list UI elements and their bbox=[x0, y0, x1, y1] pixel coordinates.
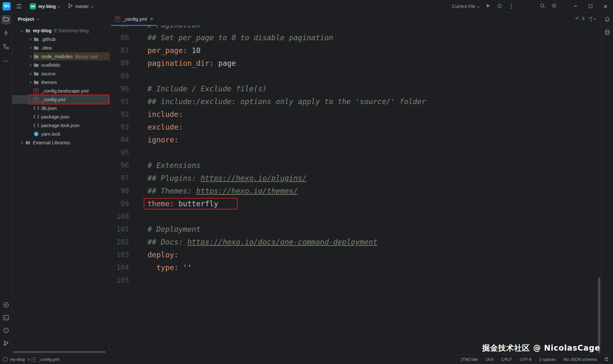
code-line-101[interactable]: 101# Deployment bbox=[110, 223, 601, 236]
line-number[interactable]: 91 bbox=[110, 95, 134, 108]
database-tool-window-button[interactable] bbox=[602, 28, 612, 38]
code-line-98[interactable]: 98## Themes: https://hexo.io/themes/ bbox=[110, 185, 601, 197]
code-line-85[interactable]: 85# Pagination bbox=[110, 26, 601, 31]
inspection-widget[interactable]: 5 bbox=[575, 16, 596, 21]
run-tool-window-button[interactable] bbox=[1, 301, 11, 310]
line-number[interactable]: 105 bbox=[110, 274, 134, 287]
tree-item-node-modules[interactable]: node_moduleslibrary root bbox=[12, 52, 110, 61]
code-line-102[interactable]: 102## Docs: https://hexo.io/docs/one-com… bbox=[110, 236, 601, 248]
project-tool-window-button[interactable] bbox=[1, 15, 11, 25]
line-number[interactable]: 104 bbox=[110, 261, 134, 274]
line-number[interactable]: 89 bbox=[110, 70, 134, 82]
lock-icon[interactable] bbox=[604, 357, 609, 362]
maximize-button[interactable] bbox=[583, 0, 598, 13]
line-number[interactable]: 90 bbox=[110, 82, 134, 95]
status-indent[interactable]: 2 spaces bbox=[539, 357, 556, 362]
code-line-86[interactable]: 86## Set per_page to 0 to disable pagina… bbox=[110, 31, 601, 44]
line-number[interactable]: 98 bbox=[110, 185, 134, 197]
code-line-104[interactable]: 104 type: '' bbox=[110, 261, 601, 274]
main-menu-button[interactable] bbox=[13, 2, 24, 11]
settings-button[interactable] bbox=[548, 2, 560, 11]
line-number[interactable]: 101 bbox=[110, 223, 134, 236]
close-button[interactable]: × bbox=[598, 0, 613, 13]
breadcrumb-file[interactable]: _config.yml bbox=[38, 357, 59, 362]
line-number[interactable]: 103 bbox=[110, 248, 134, 261]
more-actions-button[interactable] bbox=[505, 2, 517, 11]
line-number[interactable]: 102 bbox=[110, 236, 134, 248]
run-button[interactable] bbox=[482, 2, 494, 11]
breadcrumb-project[interactable]: my-blog bbox=[10, 357, 25, 362]
version-control-tool-window-button[interactable] bbox=[1, 339, 11, 349]
code-line-91[interactable]: 91## include:/exclude: options only appl… bbox=[110, 95, 601, 108]
tree-item--idea[interactable]: .idea bbox=[12, 43, 110, 52]
code-line-100[interactable]: 100 bbox=[110, 210, 601, 223]
code-line-92[interactable]: 92include: bbox=[110, 108, 601, 121]
code-line-90[interactable]: 90# Include / Exclude file(s) bbox=[110, 82, 601, 95]
code-line-89[interactable]: 89 bbox=[110, 70, 601, 82]
line-number[interactable]: 94 bbox=[110, 133, 134, 146]
project-panel-header[interactable]: Project bbox=[12, 13, 110, 25]
code-line-99[interactable]: 99theme: butterfly bbox=[110, 197, 601, 210]
code-line-96[interactable]: 96# Extensions bbox=[110, 159, 601, 172]
status-line-separator[interactable]: CRLF bbox=[501, 357, 512, 362]
debug-button[interactable] bbox=[494, 2, 505, 11]
line-number[interactable]: 96 bbox=[110, 159, 134, 172]
code-line-95[interactable]: 95 bbox=[110, 146, 601, 159]
code-line-93[interactable]: 93exclude: bbox=[110, 121, 601, 133]
tree-item-my-blog[interactable]: my-blogE:\hexo\my-blog bbox=[12, 26, 110, 35]
close-tab-icon[interactable]: × bbox=[150, 16, 153, 22]
structure-tool-window-button[interactable] bbox=[1, 42, 11, 52]
line-number[interactable]: 87 bbox=[110, 44, 134, 57]
more-tool-windows-button[interactable] bbox=[1, 56, 11, 66]
tree-item-db-json[interactable]: { }db.json bbox=[12, 104, 110, 112]
commit-tool-window-button[interactable] bbox=[1, 29, 11, 38]
status-translation[interactable]: [TW] Idle bbox=[461, 357, 478, 362]
code-link[interactable]: https://hexo.io/themes/ bbox=[196, 187, 298, 195]
line-number[interactable]: 100 bbox=[110, 210, 134, 223]
code-line-105[interactable]: 105 bbox=[110, 274, 601, 287]
chevron-up-icon[interactable] bbox=[588, 17, 591, 19]
tree-item-themes[interactable]: themes bbox=[12, 78, 110, 87]
line-number[interactable]: 99 bbox=[110, 197, 134, 210]
code-line-103[interactable]: 103deploy: bbox=[110, 248, 601, 261]
branch-selector[interactable]: master bbox=[65, 2, 96, 11]
code-link[interactable]: https://hexo.io/docs/one-command-deploym… bbox=[187, 238, 377, 246]
line-number[interactable]: 97 bbox=[110, 172, 134, 185]
search-everywhere-button[interactable] bbox=[537, 2, 548, 11]
line-number[interactable]: 86 bbox=[110, 31, 134, 44]
status-caret-position[interactable]: 16:6 bbox=[486, 357, 494, 362]
line-number[interactable]: 93 bbox=[110, 121, 134, 133]
chevron-down-icon[interactable] bbox=[594, 17, 596, 19]
chevron-right-icon bbox=[29, 55, 31, 57]
vertical-scrollbar[interactable] bbox=[598, 277, 600, 353]
tree-item--config-yml[interactable]: Y_config.yml bbox=[12, 95, 110, 104]
line-number[interactable]: 88 bbox=[110, 57, 134, 70]
code-link[interactable]: https://hexo.io/plugins/ bbox=[201, 174, 306, 182]
status-encoding[interactable]: UTF-8 bbox=[520, 357, 532, 362]
code-line-97[interactable]: 97## Plugins: https://hexo.io/plugins/ bbox=[110, 172, 601, 185]
run-config-selector[interactable]: Current File bbox=[449, 2, 482, 11]
line-number[interactable]: 95 bbox=[110, 146, 134, 159]
project-selector[interactable]: MB my-blog bbox=[27, 2, 63, 11]
tree-item-package-lock-json[interactable]: { }package-lock.json bbox=[12, 121, 110, 130]
code-line-87[interactable]: 87per_page: 10 bbox=[110, 44, 601, 57]
status-json-schema[interactable]: No JSON schema bbox=[564, 357, 597, 362]
tree-item--github[interactable]: .github bbox=[12, 35, 110, 43]
code-line-88[interactable]: 88pagination_dir: page bbox=[110, 57, 601, 70]
problems-tool-window-button[interactable] bbox=[1, 326, 11, 336]
notifications-button[interactable] bbox=[602, 15, 612, 25]
line-number[interactable]: 85 bbox=[110, 26, 134, 31]
terminal-tool-window-button[interactable] bbox=[1, 314, 11, 323]
line-number[interactable]: 92 bbox=[110, 108, 134, 121]
tree-item--config-landscape-yml[interactable]: Y_config.landscape.yml bbox=[12, 87, 110, 95]
tree-item-yarn-lock[interactable]: yyarn.lock bbox=[12, 130, 110, 138]
tree-item-source[interactable]: source bbox=[12, 69, 110, 78]
code-line-94[interactable]: 94ignore: bbox=[110, 133, 601, 146]
tree-item-package-json[interactable]: { }package.json bbox=[12, 112, 110, 121]
tab-config-yml[interactable]: Y _config.yml × bbox=[111, 13, 156, 26]
horizontal-scrollbar[interactable] bbox=[13, 351, 106, 353]
tree-item-external-libraries[interactable]: External Libraries bbox=[12, 138, 110, 147]
editor[interactable]: 85# Pagination86## Set per_page to 0 to … bbox=[110, 26, 601, 354]
minimize-button[interactable]: − bbox=[568, 0, 583, 13]
tree-item-scaffolds[interactable]: scaffolds bbox=[12, 61, 110, 69]
